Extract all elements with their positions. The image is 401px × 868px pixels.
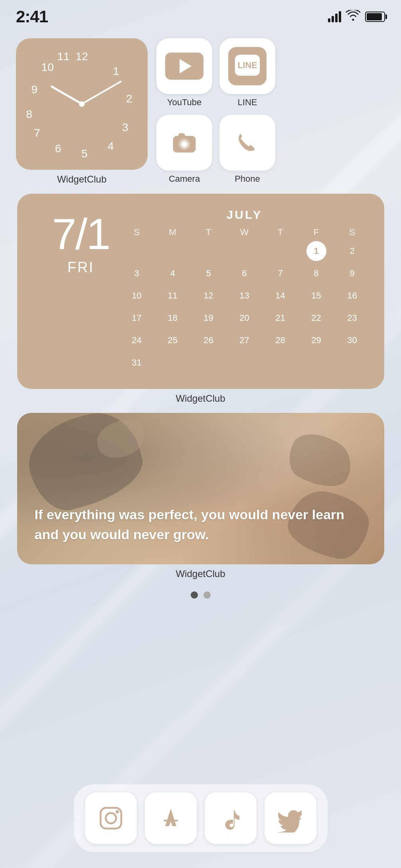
- line-inner: LINE: [228, 47, 267, 85]
- app-icons-grid: YouTube LINE LINE: [156, 38, 275, 184]
- cal-cell: [233, 352, 257, 373]
- cal-cell: [197, 352, 221, 373]
- cal-cell: 18: [161, 308, 185, 328]
- youtube-app-icon[interactable]: [156, 38, 212, 94]
- clock-face: 12 1 2 3 4 5 6 7 8 9 10 11: [16, 38, 148, 170]
- youtube-inner: [165, 53, 203, 80]
- status-icons: [328, 10, 385, 24]
- cal-cell: 9: [340, 263, 364, 284]
- camera-label: Camera: [169, 174, 200, 184]
- quote-widget: If everything was perfect, you would nev…: [17, 413, 384, 564]
- cal-cell: 25: [161, 330, 185, 351]
- cal-cell-today: 1: [306, 241, 326, 261]
- minute-hand: [81, 81, 122, 105]
- calendar-widget-label: WidgetClub: [176, 393, 225, 404]
- line-label: LINE: [238, 97, 257, 108]
- cal-row-1: 1 2: [125, 241, 364, 261]
- cal-cell: [269, 241, 292, 261]
- cal-header-T2: T: [269, 227, 292, 238]
- cal-cell: [233, 241, 257, 261]
- cal-cell: [269, 352, 292, 373]
- camera-app-icon[interactable]: [156, 115, 212, 171]
- cal-header-F: F: [304, 227, 328, 238]
- cal-row-2: 3 4 5 6 7 8 9: [125, 263, 364, 284]
- cal-header-S2: S: [340, 227, 364, 238]
- wifi-icon: [346, 10, 360, 24]
- clock-1: 1: [113, 65, 119, 78]
- cal-cell: 27: [233, 330, 257, 351]
- cal-cell: [161, 241, 185, 261]
- camera-svg: [170, 128, 199, 157]
- cal-header-T1: T: [197, 227, 221, 238]
- clock-11: 11: [57, 50, 69, 63]
- phone-app-icon[interactable]: [219, 115, 275, 171]
- clock-10: 10: [41, 61, 54, 74]
- calendar-widget-wrap: 7/1 FRI JULY S M T W T F S: [16, 194, 385, 404]
- cal-cell: 14: [269, 285, 292, 306]
- cal-month: JULY: [125, 208, 364, 222]
- cal-cell: 21: [269, 308, 292, 328]
- twitter-dock-icon[interactable]: [265, 792, 316, 844]
- clock-8: 8: [26, 108, 32, 121]
- svg-point-5: [182, 141, 187, 147]
- dock: [74, 784, 328, 852]
- calendar-widget: 7/1 FRI JULY S M T W T F S: [17, 194, 384, 389]
- cal-cell: [125, 241, 149, 261]
- battery-icon: [365, 12, 385, 22]
- cal-cell: 28: [269, 330, 292, 351]
- cal-header-W: W: [233, 227, 257, 238]
- cal-cell: 22: [304, 308, 328, 328]
- page-dot-1[interactable]: [191, 591, 198, 599]
- cal-cell: 26: [197, 330, 221, 351]
- page-dot-2[interactable]: [203, 591, 211, 599]
- line-icon-wrap: LINE LINE: [219, 38, 275, 108]
- clock-4: 4: [108, 140, 114, 153]
- cal-cell: 23: [340, 308, 364, 328]
- cal-cell: [340, 352, 364, 373]
- cal-cell: 5: [197, 263, 221, 284]
- cal-header-row: S M T W T F S: [125, 227, 364, 238]
- cal-cell: 7: [269, 263, 292, 284]
- cal-cell: 13: [233, 285, 257, 306]
- cal-cell: 4: [161, 263, 185, 284]
- clock-6: 6: [55, 142, 61, 155]
- youtube-label: YouTube: [167, 97, 201, 108]
- cal-cell: 24: [125, 330, 149, 351]
- cal-cell: 3: [125, 263, 149, 284]
- app-icons-row-2: Camera Phone: [156, 115, 275, 184]
- clock-widget-label: WidgetClub: [57, 174, 107, 185]
- tiktok-dock-icon[interactable]: [205, 792, 257, 844]
- clock-9: 9: [31, 83, 38, 96]
- appstore-dock-icon[interactable]: [145, 792, 197, 844]
- cal-cell: 12: [197, 285, 221, 306]
- instagram-dock-icon[interactable]: [85, 792, 137, 844]
- cal-date-section: 7/1 FRI: [37, 208, 125, 276]
- cal-cell: [161, 352, 185, 373]
- youtube-play-icon: [180, 59, 192, 73]
- cal-row-3: 10 11 12 13 14 15 16: [125, 285, 364, 306]
- youtube-icon-wrap: YouTube: [156, 38, 212, 108]
- quote-text: If everything was perfect, you would nev…: [35, 505, 367, 544]
- camera-icon-wrap: Camera: [156, 115, 212, 184]
- status-time: 2:41: [16, 7, 48, 26]
- cal-row-4: 17 18 19 20 21 22 23: [125, 308, 364, 328]
- line-app-icon[interactable]: LINE: [219, 38, 275, 94]
- quote-widget-label: WidgetClub: [176, 568, 225, 579]
- svg-rect-6: [178, 133, 185, 137]
- twitter-svg: [276, 804, 305, 833]
- cal-cell: [197, 241, 221, 261]
- cal-cell: 10: [125, 285, 149, 306]
- status-bar: 2:41: [0, 0, 401, 30]
- svg-point-9: [116, 810, 119, 813]
- cal-cell: 31: [125, 352, 149, 373]
- clock-7: 7: [34, 127, 40, 139]
- cal-big-date: 7/1: [52, 212, 110, 256]
- page-dots: [16, 591, 385, 599]
- cal-day: FRI: [67, 259, 94, 276]
- instagram-svg: [97, 804, 125, 833]
- tiktok-svg: [216, 804, 245, 833]
- clock-center: [79, 101, 85, 107]
- svg-point-8: [106, 813, 116, 823]
- clock-widget: 12 1 2 3 4 5 6 7 8 9 10 11: [16, 38, 148, 170]
- phone-label: Phone: [235, 174, 260, 184]
